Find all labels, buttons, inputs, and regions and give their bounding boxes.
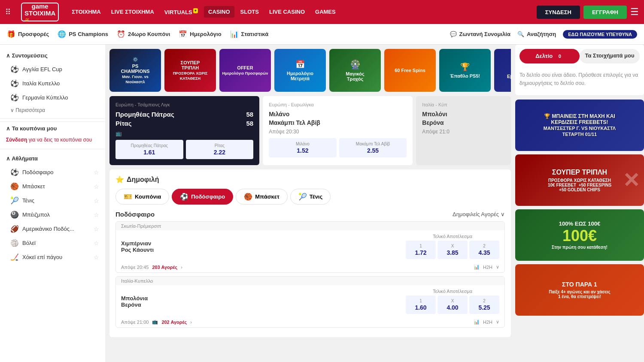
- stats-link[interactable]: 📊 Στατιστικά: [230, 30, 269, 38]
- match-row-2-team2: Βερόνα: [121, 302, 401, 308]
- match2-odd1-btn[interactable]: Μιλάνο 1.52: [269, 138, 337, 157]
- banner-ps5[interactable]: 🏆 Έπαθλο PS5!: [439, 49, 491, 92]
- coupons-header[interactable]: ∧ Τα κουπόνια μου: [0, 121, 105, 135]
- hockey-fav-icon[interactable]: ☆: [94, 254, 99, 261]
- match1-odd2-btn[interactable]: Ρίτας 2.22: [186, 140, 254, 159]
- sidebar-item-italy[interactable]: ⚽ Ιταλία Κυπελλο: [0, 76, 105, 90]
- coupons-login-link[interactable]: Σύνδεση για να δεις τα κουπόνια σου: [0, 135, 105, 146]
- volleyball-fav-icon[interactable]: ☆: [94, 240, 99, 247]
- promo-100-banner[interactable]: 100% ΕΩΣ 100€ 100€ Στην πρώτη σου κατάθε…: [515, 209, 644, 261]
- tab-basketball[interactable]: 🏀 Μπάσκετ: [236, 189, 288, 205]
- login-link[interactable]: Σύνδεση: [6, 137, 27, 143]
- search-link[interactable]: 🔍 Αναζήτηση: [517, 31, 556, 37]
- sidebar-item-hockey[interactable]: 🏒 Χόκεϊ επί πάγου ☆: [0, 250, 105, 264]
- match-row-2-odd-1-val: 1.60: [415, 304, 426, 311]
- match-row-2-markets-arrow[interactable]: ›: [190, 320, 192, 325]
- sidebar-item-england[interactable]: ⚽ Αγγλία EFL Cup: [0, 62, 105, 76]
- basketball-tab-icon: 🏀: [244, 193, 252, 201]
- match-row-2-odd-x-label: Χ: [444, 299, 462, 303]
- my-bets-tab[interactable]: Τα Στοιχήματά μου: [580, 49, 640, 63]
- grid-icon[interactable]: ⠿: [5, 7, 11, 17]
- logo[interactable]: gameSTOIXIMA .gr: [21, 3, 59, 21]
- banner-calendar[interactable]: 📅 ΗμερολόγιοΜετρητά: [274, 49, 326, 92]
- clock-icon: ⏰: [117, 30, 125, 38]
- login-button[interactable]: ΣΥΝΔΕΣΗ: [537, 6, 580, 19]
- match-row-1-odd-2[interactable]: 2 4.35: [469, 241, 499, 259]
- ps-champions-link[interactable]: 🌐 PS Champions: [58, 30, 108, 38]
- promo-para-banner[interactable]: ΣΤΟ ΠΑΡΑ 1 Παίξε 4+ αγώνες και αν χάσεις…: [515, 264, 644, 316]
- football-fav-icon[interactable]: ☆: [94, 169, 99, 176]
- calendar-link[interactable]: 📅 Ημερολόγιο: [179, 30, 221, 38]
- nav-stoixima[interactable]: ΣΤΟΙΧΗΜΑ: [67, 6, 105, 18]
- ps-champions-label: PS Champions: [69, 31, 108, 37]
- match-row-2-odd-x[interactable]: Χ 4.00: [437, 296, 468, 314]
- nav-live[interactable]: LIVE ΣΤΟΙΧΗΜΑ: [107, 6, 158, 18]
- match-row-1-market-label: Τελικό Αποτέλεσμα: [406, 234, 499, 239]
- match1-team1: Προμηθέας Πάτρας: [115, 111, 174, 118]
- tab-football[interactable]: ⚽ Ποδόσφαιρο: [172, 189, 233, 205]
- h2h-chevron-2: ∨: [496, 319, 499, 325]
- edu-badge[interactable]: ΕΔΩ ΠΑΙΖΟΥΜΕ ΥΠΕΥΘΥΝΑ: [563, 30, 637, 39]
- hockey-label: Χόκεϊ επί πάγου: [22, 254, 62, 260]
- match-row-1-body: Χιμπέρνιαν Ρος Κάουντι Τελικό Αποτέλεσμα…: [116, 230, 504, 262]
- sidebar-item-football[interactable]: ⚽ Ποδόσφαιρο ☆: [0, 165, 105, 179]
- sport-title: Ποδόσφαιρο: [115, 211, 155, 218]
- h2h-chevron: ∨: [496, 264, 499, 270]
- offers-link[interactable]: 🎁 Προσφορές: [7, 30, 49, 38]
- american-football-fav-icon[interactable]: ☆: [94, 226, 99, 232]
- sidebar-item-tennis[interactable]: 🎾 Τένις ☆: [0, 193, 105, 208]
- popular-section: ⭐ Δημοφιλή 🎫 Κουπόνια ⚽ Ποδόσφαιρο 🏀 Μπά…: [109, 169, 511, 337]
- ps-champions-icon: 🌐: [58, 30, 66, 38]
- table-row: Ιταλία-Κυπελλο Μπολόνια Βερόνα Τελικό Απ…: [115, 276, 505, 328]
- betslip-tab[interactable]: Δελτίο 0: [519, 49, 580, 63]
- nav-slots[interactable]: SLOTS: [236, 6, 263, 18]
- banner-offer[interactable]: OFFERΗμερολόγιο Προσφορών: [219, 49, 271, 92]
- tab-coupons[interactable]: 🎫 Κουπόνια: [115, 189, 169, 205]
- more-shortcuts-btn[interactable]: ∨ Περισσότερα: [0, 105, 105, 116]
- match3-team1: Μπολόνι: [422, 111, 505, 118]
- banner-ps-champions[interactable]: ⚙️ PSCHAMPIONSΜαν. Γιουν. vsΝιούκαστλ: [109, 49, 161, 92]
- banner-super-tripli[interactable]: ΣΟΥΠΕΡΤΡΙΠΛΗΠΡΟΣΦΟΡΑ ΧΩΡΙΣ ΚΑΤΑΘΕΣΗ: [164, 49, 216, 92]
- sidebar-item-basketball[interactable]: 🏀 Μπάσκετ ☆: [0, 179, 105, 193]
- match-row-1-markets-arrow[interactable]: ›: [181, 265, 182, 270]
- popular-markets-btn[interactable]: Δημοφιλείς Αγορές ∨: [453, 211, 505, 217]
- banner-nikitis[interactable]: ⚙️ ΝικητήςΕβδομάδας: [494, 49, 511, 92]
- promo-super-banner[interactable]: ΣΟΥΠΕΡ ΤΡΙΠΛΗ ΠΡΟΣΦΟΡΑ ΧΩΡΙΣ ΚΑΤΑΘΕΣΗ10€…: [515, 154, 644, 206]
- tab-tennis[interactable]: 🎾 Τένις: [290, 189, 331, 205]
- banner-super-text: ΣΟΥΠΕΡΤΡΙΠΛΗΠΡΟΣΦΟΡΑ ΧΩΡΙΣ ΚΑΤΑΘΕΣΗ: [167, 60, 213, 81]
- match2-odd2-btn[interactable]: Μακάμπι Τελ Αβίβ 2.55: [339, 138, 407, 157]
- match1-odd1-btn[interactable]: Προμηθέας Πάτρας 1.61: [115, 140, 183, 159]
- match-row-2-markets[interactable]: 202 Αγορές: [161, 320, 187, 325]
- match-row-2-footer-right[interactable]: 📊 H2H ∨: [474, 319, 499, 325]
- match-row-1-odds-group: Τελικό Αποτέλεσμα 1 1.72 Χ 3.85: [406, 234, 499, 259]
- search-icon: 🔍: [517, 31, 524, 37]
- banner-spins[interactable]: 60 Free Spins: [384, 49, 436, 92]
- sidebar-item-baseball[interactable]: 🎱 Μπέιζμπολ ☆: [0, 208, 105, 222]
- nav-virtuals[interactable]: VIRTUALS+: [160, 6, 202, 18]
- sidebar-item-volleyball[interactable]: 🏐 Βόλεϊ ☆: [0, 236, 105, 250]
- tennis-fav-icon[interactable]: ☆: [94, 197, 99, 204]
- match-row-1-markets[interactable]: 203 Αγορές: [152, 265, 177, 270]
- basketball-fav-icon[interactable]: ☆: [94, 183, 99, 190]
- hamburger-icon[interactable]: ☰: [630, 6, 639, 18]
- banners-row: ⚙️ PSCHAMPIONSΜαν. Γιουν. vsΝιούκαστλ ΣΟ…: [109, 49, 511, 92]
- match2-team1: Μιλάνο: [269, 111, 407, 118]
- live-chat-link[interactable]: 💬 Ζωντανή Συνομιλία: [450, 31, 510, 37]
- nav-games[interactable]: GAMES: [311, 6, 340, 18]
- sports-header[interactable]: ∧ Αθλήματα: [0, 152, 105, 165]
- nav-casino[interactable]: CASINO: [204, 6, 234, 18]
- match-row-2-odd-2[interactable]: 2 5.25: [469, 296, 499, 314]
- match-row-2-odd-1[interactable]: 1 1.60: [406, 296, 436, 314]
- nav-livecasino[interactable]: LIVE CASINO: [265, 6, 309, 18]
- match-row-1-odd-x[interactable]: Χ 3.85: [437, 241, 468, 259]
- match-row-1-footer-right[interactable]: 📊 H2H ∨: [474, 264, 499, 270]
- promo-ps-banner[interactable]: 🏆 ΜΠΑΙΝΕΙΣ ΣΤΗ ΜΑΧΗ ΚΑΙΚΕΡΔΙΖΕΙΣ FREEBET…: [515, 100, 644, 151]
- sidebar-item-germany[interactable]: ⚽ Γερμανία Κύπελλο: [0, 90, 105, 105]
- register-button[interactable]: ΕΓΓΡΑΦΗ: [583, 6, 627, 19]
- sidebar-item-american-football[interactable]: 🏈 Αμερικάνικο Ποδός... ☆: [0, 222, 105, 236]
- baseball-fav-icon[interactable]: ☆: [94, 211, 99, 218]
- shortcuts-header[interactable]: ∧ Συντομεύσεις: [0, 49, 105, 62]
- banner-magic[interactable]: 🎡 ΜαγικόςΤροχός: [329, 49, 381, 92]
- 24h-coupon-link[interactable]: ⏰ 24ωρο Κουπόνι: [117, 30, 170, 38]
- match-row-1-odd-1[interactable]: 1 1.72: [406, 241, 436, 259]
